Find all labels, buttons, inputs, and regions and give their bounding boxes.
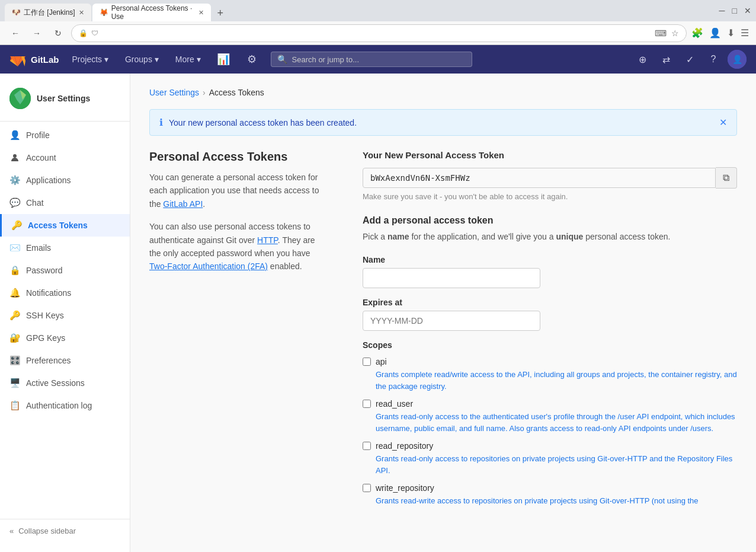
star-icon[interactable]: ☆ [671, 28, 679, 38]
token-value-input[interactable] [363, 168, 716, 188]
menu-icon[interactable]: ☰ [741, 27, 749, 39]
scope-read-user: read_user Grants read-only access to the… [363, 399, 737, 434]
sidebar-title: User Settings [37, 94, 90, 103]
token-display-section: Your New Personal Access Token ⧉ Make su… [363, 150, 737, 201]
sidebar-item-notifications[interactable]: 🔔 Notifications [0, 282, 130, 304]
scope-read-repository-name: read_repository [376, 441, 433, 451]
sidebar-item-preferences[interactable]: 🎛️ Preferences [0, 349, 130, 372]
sidebar-item-emails[interactable]: ✉️ Emails [0, 237, 130, 259]
nav-devops-icon[interactable]: ⚙ [242, 50, 261, 69]
name-label: Name [363, 255, 737, 264]
new-tab-button[interactable]: + [212, 5, 229, 21]
gitlab-navbar: GitLab Projects ▾ Groups ▾ More ▾ 📊 ⚙ 🔍 … [0, 45, 756, 74]
intro-text-2: You can also use personal access tokens … [149, 220, 327, 273]
close-button[interactable]: ✕ [744, 6, 751, 15]
sidebar-label-emails: Emails [26, 243, 51, 253]
sidebar-label-applications: Applications [26, 176, 71, 185]
sidebar-item-active-sessions[interactable]: 🖥️ Active Sessions [0, 372, 130, 394]
add-token-subtitle: Pick a name for the application, and we'… [363, 231, 737, 243]
scope-api-checkbox[interactable] [363, 358, 371, 366]
nav-help-icon[interactable]: ? [704, 50, 723, 69]
scope-read-user-desc: Grants read-only access to the authentic… [363, 411, 737, 434]
sidebar-item-gpg-keys[interactable]: 🔐 GPG Keys [0, 327, 130, 349]
sidebar-item-applications[interactable]: ⚙️ Applications [0, 169, 130, 192]
gitlab-logo[interactable]: GitLab [9, 51, 59, 68]
sidebar-label-gpg-keys: GPG Keys [26, 333, 65, 343]
sidebar-label-auth-log: Authentication log [26, 401, 92, 410]
scope-read-user-name: read_user [376, 399, 413, 409]
breadcrumb-current: Access Tokens [209, 88, 264, 97]
access-tokens-icon: 🔑 [11, 220, 22, 231]
collapse-label: Collapse sidebar [18, 527, 76, 535]
scope-write-repo-row: write_repository [363, 483, 737, 493]
name-input[interactable] [363, 268, 540, 288]
tab-close-1[interactable]: ✕ [79, 9, 84, 17]
nav-mr-icon[interactable]: ⇄ [656, 50, 675, 69]
minimize-button[interactable]: ─ [719, 6, 725, 15]
sidebar-item-account[interactable]: Account [0, 146, 130, 169]
scope-write-repository-checkbox[interactable] [363, 484, 371, 492]
nav-issues-icon[interactable]: ✓ [680, 50, 699, 69]
sidebar-header: User Settings [0, 83, 130, 119]
profile-icon[interactable]: 👤 [709, 27, 721, 39]
address-bar[interactable]: 🔒 🛡 192.168.100.10:81/profile/personal_a… [71, 24, 687, 42]
expires-input[interactable] [363, 311, 540, 331]
2fa-link[interactable]: Two-Factor Authentication (2FA) [149, 261, 268, 271]
sidebar-item-password[interactable]: 🔒 Password [0, 259, 130, 282]
tab-favicon-2: 🦊 [100, 8, 108, 17]
scope-read-repository-checkbox[interactable] [363, 442, 371, 450]
alert-close-button[interactable]: ✕ [719, 117, 727, 128]
emails-icon: ✉️ [9, 243, 20, 253]
sidebar-label-active-sessions: Active Sessions [26, 378, 85, 388]
sidebar-item-access-tokens[interactable]: 🔑 Access Tokens [0, 214, 130, 237]
url-input[interactable]: 192.168.100.10:81/profile/personal_acces… [102, 28, 651, 37]
notifications-icon: 🔔 [9, 288, 20, 298]
add-token-form: Add a personal access token Pick a name … [363, 215, 737, 507]
svg-text:👤: 👤 [732, 55, 743, 65]
breadcrumb: User Settings › Access Tokens [149, 88, 737, 97]
nav-search[interactable]: 🔍 Search or jump to... [271, 52, 472, 67]
extensions-icon[interactable]: 🧩 [691, 27, 703, 39]
scope-read-user-checkbox[interactable] [363, 400, 371, 408]
breadcrumb-parent-link[interactable]: User Settings [149, 88, 199, 97]
token-warning: Make sure you save it - you won't be abl… [363, 192, 737, 201]
tab-close-2[interactable]: ✕ [198, 9, 204, 17]
sidebar-label-access-tokens: Access Tokens [28, 221, 88, 230]
sidebar-label-account: Account [26, 153, 56, 162]
browser-window: 🐶 工作台 [Jenkins] ✕ 🦊 Personal Access Toke… [0, 0, 756, 45]
nav-more[interactable]: More ▾ [172, 55, 204, 64]
active-sessions-icon: 🖥️ [9, 378, 20, 388]
maximize-button[interactable]: □ [732, 6, 737, 15]
reload-button[interactable]: ↻ [50, 25, 66, 42]
browser-titlebar: 🐶 工作台 [Jenkins] ✕ 🦊 Personal Access Toke… [0, 0, 756, 21]
chat-icon: 💬 [9, 197, 20, 208]
breadcrumb-separator: › [203, 88, 206, 97]
back-button[interactable]: ← [7, 25, 24, 42]
sidebar-item-auth-log[interactable]: 📋 Authentication log [0, 394, 130, 417]
nav-groups[interactable]: Groups ▾ [121, 55, 162, 64]
account-icon [9, 152, 20, 163]
token-copy-button[interactable]: ⧉ [716, 167, 737, 189]
sidebar-item-ssh-keys[interactable]: 🔑 SSH Keys [0, 304, 130, 327]
browser-tab-2[interactable]: 🦊 Personal Access Tokens · Use ✕ [92, 4, 211, 21]
collapse-sidebar-button[interactable]: « Collapse sidebar [0, 519, 130, 543]
sidebar-item-chat[interactable]: 💬 Chat [0, 192, 130, 214]
nav-create-icon[interactable]: ⊕ [633, 50, 652, 69]
browser-tab-1[interactable]: 🐶 工作台 [Jenkins] ✕ [5, 4, 91, 21]
nav-activity-icon[interactable]: 📊 [214, 50, 233, 69]
http-link[interactable]: HTTP [257, 235, 278, 245]
scope-read-repo-row: read_repository [363, 441, 737, 451]
nav-projects[interactable]: Projects ▾ [69, 55, 112, 64]
translate-icon[interactable]: ⌨ [655, 28, 667, 38]
search-icon: 🔍 [277, 55, 287, 64]
sidebar: User Settings 👤 Profile Account ⚙️ Appli… [0, 74, 130, 552]
download-icon[interactable]: ⬇ [727, 27, 735, 39]
sidebar-item-profile[interactable]: 👤 Profile [0, 124, 130, 146]
gitlab-api-link[interactable]: GitLab API [163, 199, 203, 209]
forward-button[interactable]: → [28, 25, 45, 42]
scope-write-repository: write_repository Grants read-write acces… [363, 483, 737, 507]
nav-right-icons: ⊕ ⇄ ✓ ? 👤 [633, 50, 747, 69]
scope-read-repository: read_repository Grants read-only access … [363, 441, 737, 476]
window-controls: ─ □ ✕ [719, 6, 751, 15]
nav-avatar[interactable]: 👤 [728, 50, 747, 69]
